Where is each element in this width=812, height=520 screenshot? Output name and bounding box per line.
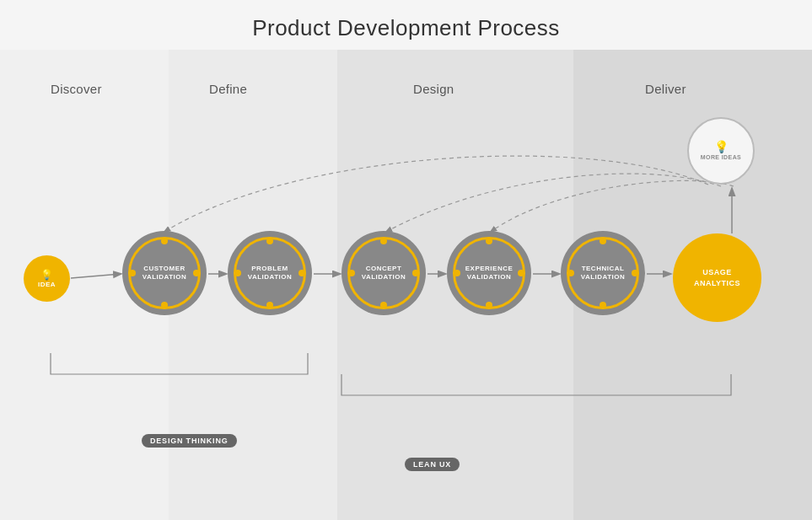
- problem-validation-label: PROBLEMVALIDATION: [248, 265, 293, 282]
- experience-validation-node: EXPERIENCEVALIDATION: [447, 231, 531, 315]
- dot-right: [518, 270, 524, 276]
- dot-right: [193, 270, 200, 276]
- more-ideas-bulb-icon: 💡: [714, 140, 729, 153]
- dot-left: [454, 270, 460, 276]
- page-title: Product Development Process: [0, 0, 812, 41]
- phase-label-design: Design: [413, 82, 454, 96]
- concept-validation-label: CONCEPTVALIDATION: [362, 265, 406, 282]
- dot-left: [348, 270, 355, 276]
- idea-bulb-icon: 💡: [40, 269, 53, 281]
- phase-label-discover: Discover: [51, 82, 102, 96]
- technical-validation-label: TECHNICALVALIDATION: [581, 265, 626, 282]
- experience-validation-label: EXPERIENCEVALIDATION: [465, 265, 514, 282]
- more-ideas-node: 💡 MORE IDEAS: [687, 117, 755, 185]
- customer-validation-label: CUSTOMERVALIDATION: [143, 265, 187, 282]
- dot-left: [234, 270, 241, 276]
- concept-validation-node: CONCEPTVALIDATION: [341, 231, 426, 315]
- diagram-container: Discover Define Design Deliver: [0, 50, 812, 520]
- technical-validation-node: TECHNICALVALIDATION: [561, 231, 645, 315]
- dot-left: [129, 270, 136, 276]
- dot-left: [567, 270, 574, 276]
- idea-node: 💡 IDEA: [24, 255, 70, 302]
- usage-analytics-node: USAGEANALYTICS: [673, 233, 761, 322]
- dot-right: [412, 270, 419, 276]
- problem-validation-node: PROBLEMVALIDATION: [228, 231, 312, 315]
- idea-label: IDEA: [38, 281, 56, 288]
- usage-analytics-label: USAGEANALYTICS: [694, 267, 740, 288]
- phase-label-define: Define: [209, 82, 247, 96]
- customer-validation-node: CUSTOMERVALIDATION: [122, 231, 207, 315]
- design-thinking-bracket: DESIGN THINKING: [142, 434, 237, 448]
- dot-right: [632, 270, 638, 276]
- dot-right: [298, 270, 305, 276]
- phase-label-deliver: Deliver: [645, 82, 686, 96]
- more-ideas-label: MORE IDEAS: [701, 153, 741, 161]
- lean-ux-bracket: LEAN UX: [405, 458, 460, 471]
